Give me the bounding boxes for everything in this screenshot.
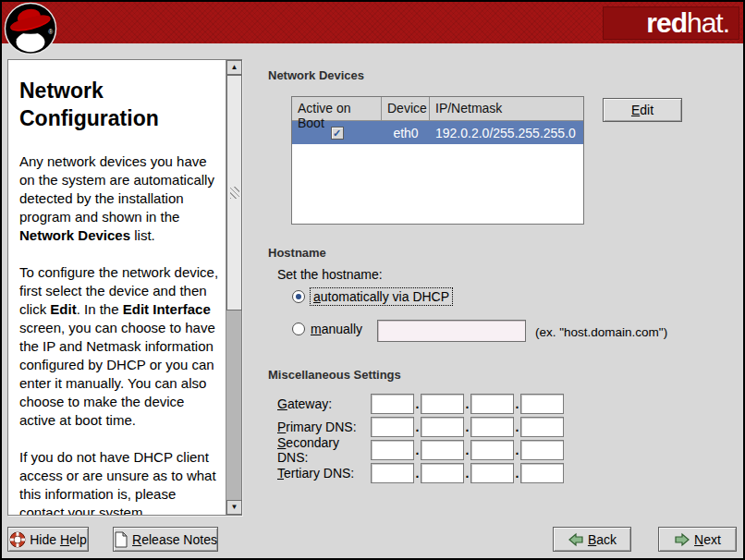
network-devices-section-label: Network Devices [268, 68, 364, 82]
octet-dot: . [514, 443, 520, 457]
tertiary-dns-octet-3[interactable] [470, 463, 514, 483]
ip-netmask-cell: 192.0.2.0/255.255.255.0 [430, 126, 583, 140]
life-preserver-icon [9, 531, 26, 548]
help-p2-text3: screen, you can choose to have the IP an… [19, 320, 215, 428]
tertiary-dns-label: Tertiary DNS: [277, 466, 371, 481]
help-p1-text2: list. [130, 227, 155, 243]
help-p2-bold: Edit [50, 301, 76, 317]
tertiary-dns-octet-2[interactable] [421, 463, 464, 483]
check-icon: ✓ [333, 128, 341, 139]
back-arrow-icon [568, 532, 584, 547]
octet-dot: . [414, 466, 421, 481]
tertiary-dns-octet-4[interactable] [520, 463, 564, 483]
secondary-dns-row: Secondary DNS: ... [277, 438, 564, 461]
hostname-section-label: Hostname [268, 246, 326, 260]
help-p2-text2: . In the [77, 301, 123, 317]
hostname-auto-option[interactable]: automatically via DHCP [292, 288, 452, 305]
primary-dns-octet-1[interactable] [371, 417, 414, 437]
hostname-manual-option[interactable]: manually [292, 322, 362, 336]
secondary-dns-octet-3[interactable] [470, 440, 514, 460]
installer-window: redhat. ® Network Configuration Any netw… [0, 0, 745, 560]
help-p1-text: Any network devices you have on the syst… [19, 153, 214, 225]
brand-light-text: hat. [687, 7, 729, 39]
misc-settings-grid: Gateway: ... Primary DNS: ... Secondary … [277, 392, 564, 484]
octet-dot: . [514, 420, 520, 434]
back-button[interactable]: Back [553, 527, 631, 552]
header-bar: redhat. [2, 2, 743, 43]
octet-dot: . [414, 420, 421, 434]
help-p1-bold: Network Devices [19, 227, 130, 243]
hide-help-button[interactable]: Hide Help [7, 527, 89, 552]
radio-manual[interactable] [292, 323, 305, 335]
secondary-dns-label: Secondary DNS: [277, 435, 371, 465]
tertiary-dns-row: Tertiary DNS: ... [277, 461, 564, 484]
primary-dns-octet-3[interactable] [470, 417, 514, 437]
brand-bold-text: red [646, 7, 687, 39]
help-paragraph-3: If you do not have DHCP client access or… [19, 448, 222, 515]
up-arrow-icon: ▲ [231, 63, 238, 71]
misc-settings-section-label: Miscellaneous Settings [268, 368, 401, 382]
help-paragraph-2: To configure the network device, first s… [19, 263, 222, 430]
help-text: Network Configuration Any network device… [8, 60, 226, 515]
primary-dns-octet-4[interactable] [520, 417, 564, 437]
octet-dot: . [414, 443, 421, 457]
octet-dot: . [464, 466, 470, 481]
octet-dot: . [464, 420, 470, 434]
svg-text:®: ® [48, 29, 53, 35]
redhat-wordmark: redhat. [603, 6, 739, 40]
gateway-label: Gateway: [277, 396, 371, 411]
octet-dot: . [514, 466, 520, 481]
radio-auto-dhcp[interactable] [292, 290, 305, 303]
next-label: Next [694, 532, 721, 547]
scrollbar-grip-icon [230, 187, 239, 199]
release-notes-document-icon [114, 531, 128, 548]
help-panel: Network Configuration Any network device… [7, 59, 242, 516]
next-button[interactable]: Next [658, 527, 737, 552]
help-title: Network Configuration [19, 77, 222, 132]
active-on-boot-checkbox[interactable]: ✓ [331, 127, 344, 140]
secondary-dns-octet-4[interactable] [520, 440, 564, 460]
help-p2-bold2: Edit Interface [123, 301, 211, 317]
gateway-octet-4[interactable] [520, 394, 564, 414]
release-notes-label: Release Notes [132, 532, 217, 547]
hide-help-label: Hide Help [30, 532, 87, 547]
table-row-eth0[interactable]: ✓ eth0 192.0.2.0/255.255.255.0 [292, 121, 583, 144]
gateway-octet-1[interactable] [371, 394, 414, 414]
octet-dot: . [464, 443, 470, 457]
octet-dot: . [414, 396, 421, 411]
help-paragraph-1: Any network devices you have on the syst… [19, 152, 222, 245]
primary-dns-octet-2[interactable] [421, 417, 464, 437]
edit-button-label: Edit [631, 103, 653, 117]
gateway-octet-2[interactable] [421, 394, 464, 414]
octet-dot: . [514, 396, 520, 411]
down-arrow-icon: ▼ [231, 503, 238, 511]
tertiary-dns-octet-1[interactable] [371, 463, 414, 483]
secondary-dns-octet-1[interactable] [371, 440, 414, 460]
hostname-hint: (ex. "host.domain.com") [535, 325, 667, 339]
scrollbar-thumb[interactable] [226, 75, 242, 310]
set-hostname-prompt: Set the hostname: [277, 267, 383, 282]
primary-dns-label: Primary DNS: [277, 420, 371, 434]
column-header-ip-netmask: IP/Netmask [430, 97, 583, 120]
manual-label[interactable]: manually [311, 322, 362, 336]
auto-dhcp-label[interactable]: automatically via DHCP [311, 288, 452, 305]
back-label: Back [588, 532, 617, 547]
edit-button[interactable]: Edit [603, 98, 682, 122]
release-notes-button[interactable]: Release Notes [113, 527, 218, 552]
secondary-dns-octet-2[interactable] [421, 440, 464, 460]
hostname-input[interactable] [377, 320, 526, 342]
next-arrow-icon [674, 532, 690, 547]
scroll-down-button[interactable]: ▼ [226, 500, 242, 515]
octet-dot: . [464, 396, 470, 411]
redhat-shadowman-icon: ® [4, 2, 57, 55]
column-header-device: Device [382, 97, 430, 120]
help-scrollbar[interactable]: ▲ ▼ [226, 60, 241, 515]
network-devices-table[interactable]: Active on Boot Device IP/Netmask ✓ eth0 … [291, 96, 584, 225]
gateway-octet-3[interactable] [470, 394, 514, 414]
gateway-row: Gateway: ... [277, 392, 564, 415]
scroll-up-button[interactable]: ▲ [226, 60, 242, 75]
table-header-row: Active on Boot Device IP/Netmask [292, 97, 583, 121]
device-cell: eth0 [382, 126, 430, 140]
column-header-active-on-boot: Active on Boot [292, 97, 382, 120]
